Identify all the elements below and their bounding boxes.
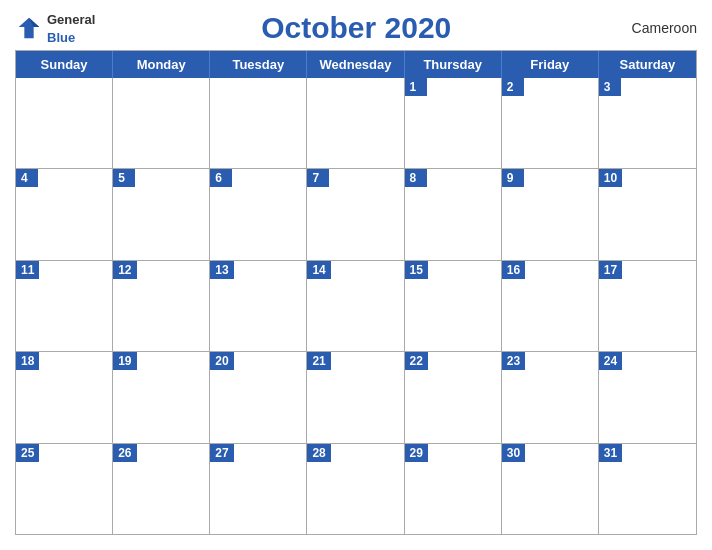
day-cell: 3 <box>599 78 696 168</box>
date-number: 3 <box>599 78 621 96</box>
week-row-5: 25262728293031 <box>16 443 696 534</box>
date-number: 7 <box>307 169 329 187</box>
day-headers-row: SundayMondayTuesdayWednesdayThursdayFrid… <box>16 51 696 78</box>
week-row-2: 45678910 <box>16 168 696 259</box>
day-cell: 14 <box>307 261 404 351</box>
date-number: 20 <box>210 352 233 370</box>
week-row-1: 123 <box>16 78 696 168</box>
date-number: 13 <box>210 261 233 279</box>
date-number: 21 <box>307 352 330 370</box>
day-cell: 8 <box>405 169 502 259</box>
day-cell: 10 <box>599 169 696 259</box>
day-cell: 21 <box>307 352 404 442</box>
day-cell: 11 <box>16 261 113 351</box>
day-cell: 30 <box>502 444 599 534</box>
date-number: 25 <box>16 444 39 462</box>
day-cell: 1 <box>405 78 502 168</box>
date-number: 10 <box>599 169 622 187</box>
date-number: 31 <box>599 444 622 462</box>
day-cell <box>113 78 210 168</box>
date-number: 19 <box>113 352 136 370</box>
day-cell: 13 <box>210 261 307 351</box>
day-cell: 7 <box>307 169 404 259</box>
day-cell: 28 <box>307 444 404 534</box>
day-cell: 12 <box>113 261 210 351</box>
day-header-saturday: Saturday <box>599 51 696 78</box>
day-cell: 4 <box>16 169 113 259</box>
date-number: 14 <box>307 261 330 279</box>
day-cell: 26 <box>113 444 210 534</box>
date-number: 17 <box>599 261 622 279</box>
date-number: 30 <box>502 444 525 462</box>
date-number: 18 <box>16 352 39 370</box>
date-number: 15 <box>405 261 428 279</box>
date-number: 8 <box>405 169 427 187</box>
date-number: 4 <box>16 169 38 187</box>
day-cell <box>307 78 404 168</box>
date-number: 1 <box>405 78 427 96</box>
date-number: 22 <box>405 352 428 370</box>
day-cell: 5 <box>113 169 210 259</box>
day-header-thursday: Thursday <box>405 51 502 78</box>
day-cell: 16 <box>502 261 599 351</box>
day-cell: 2 <box>502 78 599 168</box>
day-header-wednesday: Wednesday <box>307 51 404 78</box>
date-number: 16 <box>502 261 525 279</box>
day-cell: 9 <box>502 169 599 259</box>
day-cell: 25 <box>16 444 113 534</box>
week-row-4: 18192021222324 <box>16 351 696 442</box>
logo-general-text: General <box>47 12 95 27</box>
day-cell: 20 <box>210 352 307 442</box>
date-number: 12 <box>113 261 136 279</box>
logo-bird-icon <box>15 14 43 42</box>
day-cell: 17 <box>599 261 696 351</box>
date-number: 28 <box>307 444 330 462</box>
day-header-tuesday: Tuesday <box>210 51 307 78</box>
country-label: Cameroon <box>617 20 697 36</box>
day-cell: 6 <box>210 169 307 259</box>
date-number: 2 <box>502 78 524 96</box>
day-header-monday: Monday <box>113 51 210 78</box>
day-cell: 24 <box>599 352 696 442</box>
day-cell: 15 <box>405 261 502 351</box>
day-header-sunday: Sunday <box>16 51 113 78</box>
day-cell: 29 <box>405 444 502 534</box>
date-number: 26 <box>113 444 136 462</box>
day-header-friday: Friday <box>502 51 599 78</box>
day-cell: 22 <box>405 352 502 442</box>
day-cell: 27 <box>210 444 307 534</box>
date-number: 11 <box>16 261 39 279</box>
day-cell: 19 <box>113 352 210 442</box>
day-cell <box>210 78 307 168</box>
day-cell <box>16 78 113 168</box>
day-cell: 23 <box>502 352 599 442</box>
date-number: 6 <box>210 169 232 187</box>
date-number: 24 <box>599 352 622 370</box>
date-number: 29 <box>405 444 428 462</box>
date-number: 9 <box>502 169 524 187</box>
logo: General Blue <box>15 10 95 46</box>
logo-blue-text: Blue <box>47 30 75 45</box>
calendar-grid: SundayMondayTuesdayWednesdayThursdayFrid… <box>15 50 697 535</box>
svg-marker-0 <box>19 18 40 39</box>
calendar-weeks: 1234567891011121314151617181920212223242… <box>16 78 696 534</box>
day-cell: 31 <box>599 444 696 534</box>
date-number: 27 <box>210 444 233 462</box>
date-number: 23 <box>502 352 525 370</box>
day-cell: 18 <box>16 352 113 442</box>
date-number: 5 <box>113 169 135 187</box>
calendar-header: General Blue October 2020 Cameroon <box>15 10 697 46</box>
week-row-3: 11121314151617 <box>16 260 696 351</box>
calendar-title: October 2020 <box>261 11 451 45</box>
